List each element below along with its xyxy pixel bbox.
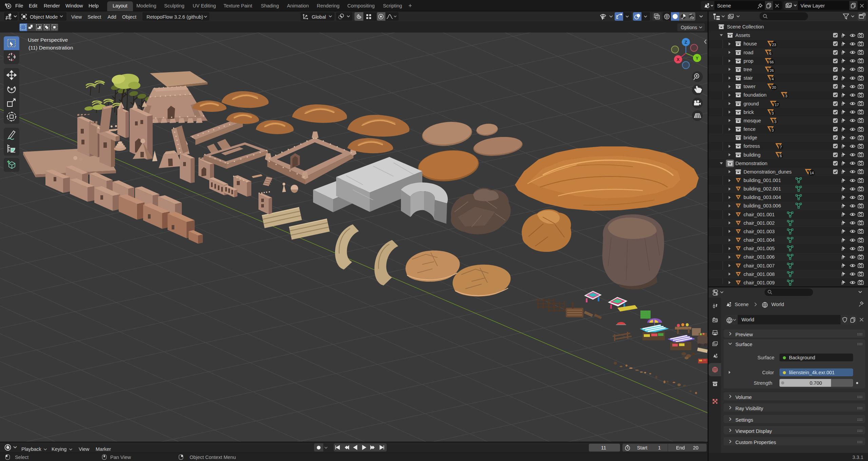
- svg-text:X: X: [677, 57, 680, 62]
- svg-text:66: 66: [770, 60, 774, 64]
- svg-text:User Perspective: User Perspective: [28, 37, 68, 43]
- svg-text:3: 3: [772, 111, 774, 115]
- svg-text:3: 3: [774, 120, 776, 124]
- svg-text:14: 14: [810, 171, 814, 175]
- svg-text:26: 26: [770, 68, 774, 73]
- svg-text:(11) Demonstration: (11) Demonstration: [28, 45, 73, 51]
- svg-text:3: 3: [785, 94, 787, 98]
- svg-text:7: 7: [780, 145, 782, 149]
- svg-text:Z: Z: [684, 40, 687, 45]
- svg-text:20: 20: [772, 85, 776, 89]
- svg-text:4: 4: [772, 77, 774, 81]
- svg-text:17: 17: [775, 103, 779, 107]
- svg-text:6: 6: [769, 52, 771, 56]
- svg-text:23: 23: [772, 43, 776, 47]
- svg-text:3: 3: [772, 128, 774, 132]
- svg-text:Y: Y: [696, 56, 699, 61]
- svg-text:6: 6: [780, 154, 782, 158]
